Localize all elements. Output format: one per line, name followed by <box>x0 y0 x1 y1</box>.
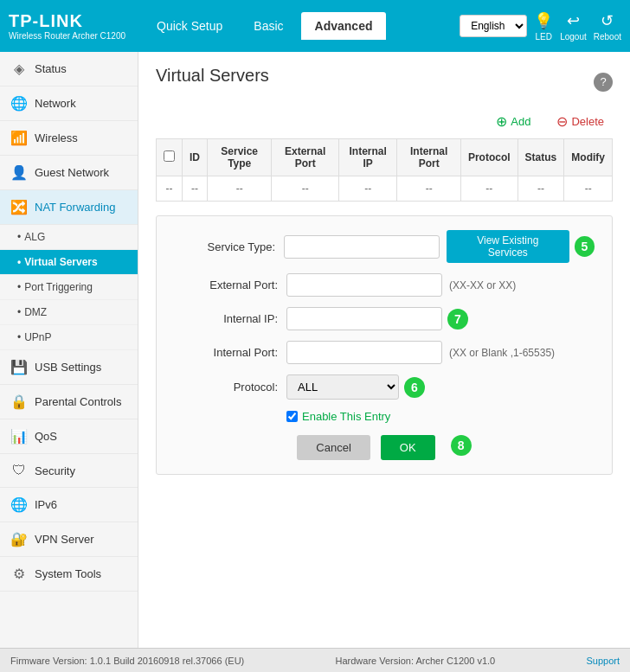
form-buttons: Cancel OK 8 <box>174 435 595 460</box>
table-row: -- -- -- -- -- -- -- -- -- <box>157 176 613 202</box>
ok-button[interactable]: OK <box>381 435 435 460</box>
sidebar-sub-virtual-servers[interactable]: Virtual Servers <box>0 250 138 275</box>
row-cell-modify: -- <box>564 176 613 202</box>
parental-icon: 🔒 <box>10 394 28 410</box>
sidebar-item-vpn-server[interactable]: 🔐 VPN Server <box>0 522 138 557</box>
row-cell-id: -- <box>183 176 208 202</box>
action-bar: ⊕ Add ⊖ Delete <box>156 110 613 133</box>
wireless-icon: 📶 <box>10 130 28 146</box>
external-port-row: External Port: (XX-XX or XX) <box>174 273 595 297</box>
led-button[interactable]: 💡 LED <box>534 11 553 42</box>
internal-port-hint: (XX or Blank ,1-65535) <box>449 347 555 359</box>
footer: Firmware Version: 1.0.1 Build 20160918 r… <box>0 648 630 672</box>
tab-advanced[interactable]: Advanced <box>301 12 387 40</box>
sidebar-item-nat-forwarding[interactable]: 🔀 NAT Forwarding <box>0 190 138 225</box>
sidebar-item-security[interactable]: 🛡 Security <box>0 454 138 488</box>
page-title: Virtual Servers <box>156 66 594 86</box>
enable-label: Enable This Entry <box>302 410 390 423</box>
sidebar-item-network[interactable]: 🌐 Network <box>0 86 138 121</box>
table-header-internal-ip: Internal IP <box>338 139 396 176</box>
sidebar-item-guest-network[interactable]: 👤 Guest Network <box>0 156 138 190</box>
annotation-6: 6 <box>404 377 425 398</box>
cancel-button[interactable]: Cancel <box>297 435 370 460</box>
protocol-select[interactable]: ALL TCP UDP <box>286 374 399 400</box>
nat-icon: 🔀 <box>10 199 28 215</box>
sidebar-item-parental-controls[interactable]: 🔒 Parental Controls <box>0 385 138 419</box>
main-content: Virtual Servers ? ⊕ Add ⊖ Delete ID Serv… <box>138 52 630 648</box>
sidebar-item-qos[interactable]: 📊 QoS <box>0 419 138 454</box>
add-button[interactable]: ⊕ Add <box>487 110 539 133</box>
table-header-service-type: Service Type <box>208 139 272 176</box>
sidebar-sub-port-triggering[interactable]: Port Triggering <box>0 275 138 300</box>
protocol-row: Protocol: ALL TCP UDP 6 <box>174 374 595 400</box>
internal-ip-row: Internal IP: 7 <box>174 307 595 330</box>
view-services-button[interactable]: View Existing Services <box>447 230 569 263</box>
nav-tabs: Quick Setup Basic Advanced <box>143 12 451 40</box>
hardware-version: Hardware Version: Archer C1200 v1.0 <box>336 656 496 666</box>
row-cell-external-port: -- <box>272 176 339 202</box>
header-right: English 💡 LED ↩ Logout ↺ Reboot <box>460 11 621 42</box>
status-icon: ◈ <box>10 61 28 77</box>
service-type-label: Service Type: <box>174 240 275 253</box>
help-icon[interactable]: ? <box>594 73 613 92</box>
internal-port-row: Internal Port: (XX or Blank ,1-65535) <box>174 341 595 364</box>
internal-ip-input[interactable] <box>286 307 442 330</box>
qos-icon: 📊 <box>10 428 28 445</box>
network-icon: 🌐 <box>10 95 28 112</box>
table-header-modify: Modify <box>564 139 613 176</box>
external-port-input[interactable] <box>286 273 442 297</box>
ipv6-icon: 🌐 <box>10 496 28 513</box>
guest-icon: 👤 <box>10 164 28 181</box>
row-cell-internal-ip: -- <box>338 176 396 202</box>
logout-button[interactable]: ↩ Logout <box>560 11 587 42</box>
table-header-checkbox <box>157 139 183 176</box>
sidebar-item-wireless[interactable]: 📶 Wireless <box>0 121 138 156</box>
sidebar: ◈ Status 🌐 Network 📶 Wireless 👤 Guest Ne… <box>0 52 138 648</box>
support-link[interactable]: Support <box>586 656 620 666</box>
sidebar-sub-dmz[interactable]: DMZ <box>0 300 138 325</box>
tab-basic[interactable]: Basic <box>240 12 297 40</box>
main-layout: ◈ Status 🌐 Network 📶 Wireless 👤 Guest Ne… <box>0 52 630 648</box>
vpn-icon: 🔐 <box>10 531 28 547</box>
table-header-id: ID <box>183 139 208 176</box>
firmware-version: Firmware Version: 1.0.1 Build 20160918 r… <box>10 656 244 666</box>
internal-ip-label: Internal IP: <box>174 312 278 325</box>
row-cell-service-type: -- <box>208 176 272 202</box>
language-select[interactable]: English <box>460 15 527 37</box>
logo: TP-LINK Wireless Router Archer C1200 <box>9 11 125 41</box>
service-type-input[interactable] <box>284 235 440 259</box>
table-header-internal-port: Internal Port <box>397 139 461 176</box>
service-type-row: Service Type: View Existing Services 5 <box>174 230 595 263</box>
table-header-status: Status <box>518 139 564 176</box>
device-name: Wireless Router Archer C1200 <box>9 31 125 41</box>
delete-icon: ⊖ <box>556 113 568 130</box>
delete-button[interactable]: ⊖ Delete <box>548 110 613 133</box>
table-header-protocol: Protocol <box>460 139 518 176</box>
sidebar-item-system-tools[interactable]: ⚙ System Tools <box>0 557 138 592</box>
row-cell-internal-port: -- <box>397 176 461 202</box>
brand-name: TP-LINK <box>9 11 125 31</box>
virtual-servers-table: ID Service Type External Port Internal I… <box>156 138 613 202</box>
row-cell-status: -- <box>518 176 564 202</box>
sidebar-item-ipv6[interactable]: 🌐 IPv6 <box>0 488 138 522</box>
logout-icon: ↩ <box>567 11 580 30</box>
row-cell-protocol: -- <box>460 176 518 202</box>
internal-port-input[interactable] <box>286 341 442 364</box>
form-panel: Service Type: View Existing Services 5 E… <box>156 215 613 475</box>
security-icon: 🛡 <box>10 463 28 478</box>
row-cell-cb: -- <box>157 176 183 202</box>
tools-icon: ⚙ <box>10 566 28 582</box>
annotation-8: 8 <box>451 435 472 456</box>
enable-checkbox[interactable] <box>286 411 298 422</box>
tab-quick-setup[interactable]: Quick Setup <box>143 12 236 40</box>
led-icon: 💡 <box>534 11 553 30</box>
sidebar-item-usb-settings[interactable]: 💾 USB Settings <box>0 350 138 385</box>
annotation-7: 7 <box>447 309 468 330</box>
sidebar-sub-alg[interactable]: ALG <box>0 225 138 250</box>
reboot-icon: ↺ <box>601 11 614 30</box>
header: TP-LINK Wireless Router Archer C1200 Qui… <box>0 0 630 52</box>
reboot-button[interactable]: ↺ Reboot <box>594 11 621 42</box>
select-all-checkbox[interactable] <box>164 150 175 162</box>
sidebar-item-status[interactable]: ◈ Status <box>0 52 138 86</box>
sidebar-sub-upnp[interactable]: UPnP <box>0 325 138 350</box>
